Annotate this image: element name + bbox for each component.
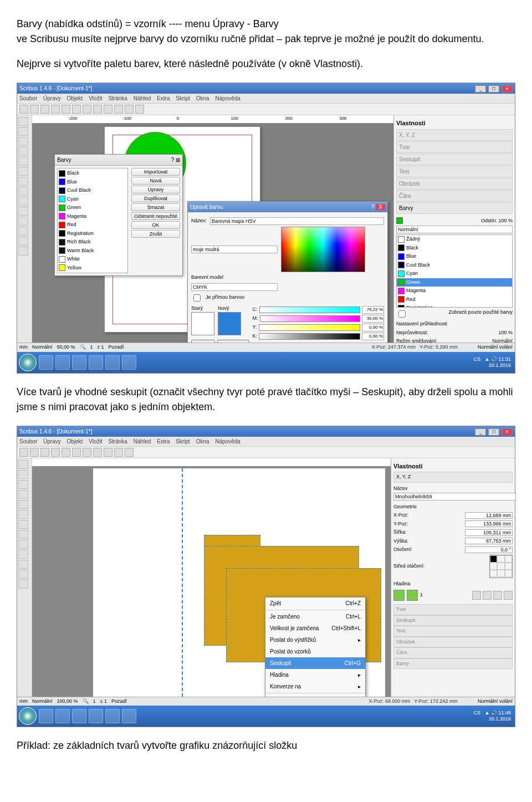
close-icon[interactable]: X: [376, 204, 385, 210]
cancel-button[interactable]: Zrušit: [131, 230, 180, 238]
color-list-item[interactable]: Black: [397, 244, 512, 253]
m-value[interactable]: 39,00 %: [362, 315, 384, 323]
section-shape[interactable]: Tvar: [393, 604, 513, 615]
color-list-item[interactable]: Yellow: [58, 264, 127, 273]
toolbar-icon[interactable]: [30, 105, 39, 114]
color-model-select[interactable]: [191, 283, 278, 291]
color-list-item[interactable]: Rich Black: [58, 238, 127, 247]
clock-time[interactable]: 11:31: [498, 356, 511, 362]
menu-item[interactable]: Náhled: [134, 95, 151, 101]
spot-color-checkbox[interactable]: [193, 294, 201, 302]
section-line[interactable]: Čára: [393, 647, 513, 658]
color-name-input[interactable]: [191, 246, 278, 253]
show-used-checkbox[interactable]: [398, 310, 406, 318]
level-down-icon[interactable]: [407, 590, 418, 601]
menu-item[interactable]: Extra: [157, 95, 170, 101]
k-value[interactable]: 0,00 %: [362, 333, 384, 340]
lock-icon[interactable]: [493, 591, 502, 600]
close-button[interactable]: ×: [502, 85, 513, 93]
toolbar-icon[interactable]: [51, 448, 60, 457]
lang-indicator[interactable]: CS: [474, 356, 481, 362]
edit-button[interactable]: Úpravy: [131, 186, 180, 193]
maximize-button[interactable]: □: [488, 428, 499, 436]
freehand-tool-icon[interactable]: [18, 540, 28, 549]
section-xyz[interactable]: X, Y, Z: [396, 129, 513, 141]
zoom-mode[interactable]: Normální: [32, 698, 53, 706]
toolbar-icon[interactable]: [51, 105, 60, 114]
menu-item[interactable]: Nápověda: [215, 438, 241, 445]
scribus-icon[interactable]: [122, 355, 136, 370]
line-tool-icon[interactable]: [18, 520, 28, 529]
explorer-icon[interactable]: [55, 709, 70, 723]
section-text[interactable]: Text: [396, 166, 513, 177]
menu-item[interactable]: Skript: [176, 95, 190, 101]
section-group[interactable]: Seskupit: [396, 154, 513, 165]
rotate-tool-icon[interactable]: [18, 550, 28, 559]
mediaplayer-icon[interactable]: [72, 355, 86, 370]
shape-tool-icon[interactable]: [18, 500, 28, 509]
colormap-select[interactable]: [210, 217, 384, 225]
image-frame-tool-icon[interactable]: [18, 480, 28, 489]
ok-button[interactable]: OK: [191, 340, 215, 343]
line-tool-icon[interactable]: [18, 177, 28, 186]
y-value[interactable]: 0,00 %: [362, 324, 384, 331]
zoom-mode[interactable]: Normální: [32, 344, 53, 351]
section-line[interactable]: Čára: [396, 190, 513, 202]
toolbar-icon[interactable]: [19, 448, 28, 457]
fill-mode-select[interactable]: [396, 226, 513, 233]
menu-item[interactable]: Náhled: [134, 438, 151, 445]
color-list-item[interactable]: Blue: [397, 252, 512, 261]
minimize-button[interactable]: _: [475, 428, 486, 436]
menu-item[interactable]: Vložit: [89, 95, 102, 101]
select-tool-icon[interactable]: [18, 460, 28, 469]
publisher-icon[interactable]: [89, 709, 103, 723]
width-input[interactable]: [465, 529, 513, 536]
toolbar-icon[interactable]: [83, 448, 91, 457]
toolbar-icon[interactable]: [93, 448, 102, 457]
close-button[interactable]: ×: [502, 428, 513, 436]
menu-item[interactable]: Soubor: [19, 438, 37, 445]
shape-tool-icon[interactable]: [18, 157, 28, 166]
minimize-button[interactable]: _: [475, 85, 486, 93]
toolbar-icon[interactable]: [30, 448, 39, 457]
select-tool-icon[interactable]: [18, 117, 28, 126]
lang-indicator[interactable]: CS: [474, 710, 481, 716]
height-input[interactable]: [465, 538, 513, 544]
vertical-guide[interactable]: [182, 468, 183, 697]
menu-cut[interactable]: VyjmoutCtrl+X: [265, 694, 365, 697]
section-image[interactable]: Obrázek: [396, 178, 513, 190]
color-list-item[interactable]: Red: [397, 295, 512, 304]
delete-button[interactable]: Smazat: [131, 203, 180, 211]
color-list[interactable]: BlackBlueCool BlackCyanGreenMagentaRedRe…: [57, 168, 128, 273]
menu-item[interactable]: Stránka: [108, 438, 127, 445]
toolbar-icon[interactable]: [19, 105, 28, 114]
color-list-item[interactable]: Cool Black: [58, 186, 127, 195]
canvas[interactable]: ZpětCtrl+Z Je zamčenoCtrl+L Velikost je …: [32, 458, 391, 697]
menu-item[interactable]: Objekt: [67, 438, 83, 445]
menu-layer[interactable]: Hladina▸: [265, 669, 365, 681]
section-image[interactable]: Obrázek: [393, 637, 513, 648]
level-up-icon[interactable]: [393, 590, 405, 601]
color-list-item[interactable]: Magenta: [58, 212, 127, 221]
toolbar-icon[interactable]: [104, 448, 112, 457]
menu-item[interactable]: Úpravy: [43, 438, 61, 445]
explorer-icon[interactable]: [55, 355, 70, 370]
fill-swatch[interactable]: [396, 217, 403, 224]
toolbar-icon[interactable]: [72, 448, 81, 457]
close-icon[interactable]: ⊠: [176, 157, 180, 163]
word-icon[interactable]: [105, 355, 120, 370]
ie-icon[interactable]: [39, 355, 53, 370]
section-text[interactable]: Text: [393, 626, 513, 637]
toolbar-icon[interactable]: [125, 448, 134, 457]
color-list-item[interactable]: Magenta: [397, 287, 512, 295]
opacity-value[interactable]: 100 %: [498, 329, 513, 337]
zoom-tool-icon[interactable]: [18, 560, 28, 569]
layer-name[interactable]: Pozadí: [109, 344, 124, 351]
color-list[interactable]: ŽádnýBlackBlueCool BlackCyanGreenMagenta…: [396, 234, 513, 308]
blend-value[interactable]: Normální: [492, 338, 513, 343]
mediaplayer-icon[interactable]: [72, 709, 86, 723]
eyedropper-tool-icon[interactable]: [18, 237, 28, 246]
menu-item[interactable]: Nápověda: [215, 95, 241, 101]
publisher-icon[interactable]: [89, 355, 103, 370]
m-slider[interactable]: [260, 315, 360, 322]
